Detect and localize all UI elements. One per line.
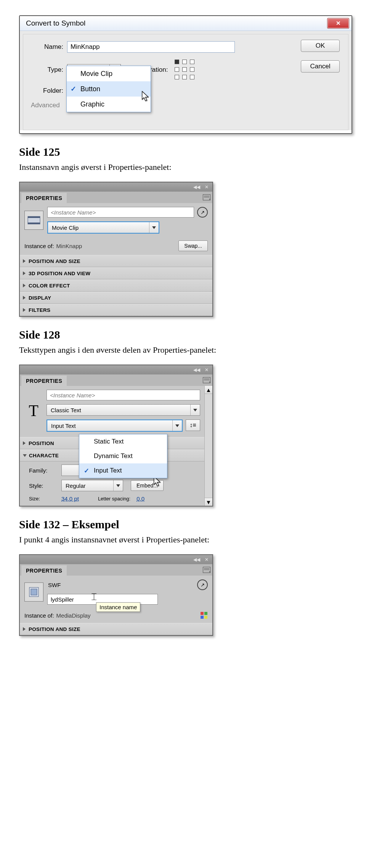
texttype-option-static[interactable]: Static Text	[79, 434, 167, 449]
panel-menu-button[interactable]	[201, 192, 212, 203]
component-thumbnail	[24, 582, 43, 602]
name-label: Name:	[31, 43, 67, 51]
text-engine-value: Classic Text	[47, 407, 190, 413]
properties-panel-125: ◀◀ ✕ PROPERTIES ↗ Movie Clip Instance of	[19, 182, 213, 317]
panel-tabs: PROPERTIES	[20, 192, 212, 203]
panel-close-icon[interactable]: ✕	[202, 184, 211, 190]
instance-name-input[interactable]	[47, 207, 194, 218]
accordion-display[interactable]: DISPLAY	[20, 292, 212, 304]
letter-spacing-value[interactable]: 0.0	[136, 495, 144, 502]
section-128-heading: Side 128	[19, 328, 347, 341]
section-128-text: Teksttypen angis i den øverste delen av …	[19, 345, 347, 355]
panel-menu-button[interactable]	[201, 374, 212, 386]
collapse-icon[interactable]: ◀◀	[193, 184, 201, 190]
name-input[interactable]	[67, 41, 235, 53]
chevron-down-icon	[172, 420, 182, 431]
convert-to-symbol-dialog: Convert to Symbol ✕ OK Cancel Name: Type…	[20, 16, 352, 130]
style-label: Style:	[29, 482, 58, 489]
swap-button[interactable]: Swap...	[178, 240, 208, 251]
text-type-value: Input Text	[47, 423, 172, 429]
instance-of-value: MediaDisplay	[56, 612, 91, 619]
chevron-down-icon	[113, 480, 123, 491]
folder-label: Folder:	[31, 87, 67, 95]
texttype-option-dynamic[interactable]: Dynamic Text	[79, 449, 167, 463]
properties-panel-128: ◀◀ ✕ PROPERTIES ▲ ▼ T Classic Text	[19, 365, 213, 507]
font-style-dropdown[interactable]: Regular	[61, 480, 123, 491]
font-style-value: Regular	[62, 482, 113, 489]
type-label: Type:	[31, 66, 67, 74]
panel-close-icon[interactable]: ✕	[202, 556, 211, 563]
instance-name-tooltip: Instance name	[96, 602, 140, 612]
instance-name-input[interactable]	[47, 390, 200, 400]
section-132-text: I punkt 4 angis instansnavnet øverst i P…	[19, 535, 347, 545]
text-engine-dropdown[interactable]: Classic Text	[47, 404, 200, 416]
panel-toolbar: ◀◀ ✕	[20, 365, 212, 374]
properties-panel-132: ◀◀ ✕ PROPERTIES SWF ↗ ⌶ Instance name	[19, 554, 213, 636]
panel-tabs: PROPERTIES	[20, 564, 212, 576]
symbol-type-value: Movie Clip	[48, 224, 149, 231]
tab-properties[interactable]: PROPERTIES	[21, 565, 67, 576]
size-value[interactable]: 34.0 pt	[61, 495, 79, 502]
chevron-down-icon	[190, 405, 200, 415]
collapse-icon[interactable]: ◀◀	[193, 556, 201, 563]
type-option-graphic[interactable]: Graphic	[67, 97, 151, 112]
instance-of-label: Instance of:	[24, 612, 54, 619]
svg-rect-6	[204, 612, 207, 615]
color-swatch-icon[interactable]	[200, 611, 208, 619]
section-132-heading: Side 132 – Eksempel	[19, 518, 347, 531]
type-option-button[interactable]: Button	[67, 81, 151, 97]
collapse-icon[interactable]: ◀◀	[193, 366, 201, 373]
text-orientation-button[interactable]: ↕≡	[186, 419, 200, 431]
text-caret-icon: ⌶	[92, 592, 96, 602]
tab-properties[interactable]: PROPERTIES	[21, 193, 67, 203]
titlebar: Convert to Symbol ✕	[20, 16, 352, 31]
advanced-toggle[interactable]: Advanced	[31, 102, 64, 109]
section-125-text: Instansnavn angis øverst i Properties-pa…	[19, 162, 347, 172]
panel-toolbar: ◀◀ ✕	[20, 182, 212, 192]
panel-menu-button[interactable]	[201, 564, 212, 576]
svg-rect-2	[28, 223, 40, 224]
circular-arrow-icon[interactable]: ↗	[197, 207, 208, 218]
movieclip-icon	[27, 213, 41, 227]
svg-rect-5	[201, 612, 204, 615]
texttype-option-input[interactable]: Input Text	[79, 463, 167, 478]
text-thumbnail: T	[24, 400, 43, 422]
instance-of-label: Instance of:	[24, 243, 54, 249]
component-icon	[27, 585, 41, 599]
symbol-thumbnail	[24, 211, 43, 230]
registration-grid[interactable]	[175, 60, 195, 80]
size-label: Size:	[29, 496, 58, 502]
accordion-color-effect[interactable]: COLOR EFFECT	[20, 279, 212, 292]
panel-close-icon[interactable]: ✕	[202, 366, 211, 373]
accordion-position-size[interactable]: POSITION AND SIZE	[20, 623, 212, 635]
type-option-movieclip[interactable]: Movie Clip	[67, 66, 151, 81]
ok-button[interactable]: OK	[301, 40, 340, 52]
type-dropdown-menu: Movie Clip Button Graphic	[66, 66, 151, 112]
cursor-icon	[141, 91, 151, 102]
cancel-button[interactable]: Cancel	[301, 60, 340, 73]
accordion-filters[interactable]: FILTERS	[20, 304, 212, 316]
scroll-up-icon[interactable]: ▲	[205, 386, 212, 394]
letter-spacing-label: Letter spacing:	[98, 496, 130, 502]
svg-rect-4	[31, 589, 37, 595]
convert-dialog-container: Convert to Symbol ✕ OK Cancel Name: Type…	[19, 15, 352, 134]
symbol-type-dropdown[interactable]: Movie Clip	[47, 221, 159, 234]
window-close-button[interactable]: ✕	[327, 18, 349, 29]
section-125-heading: Side 125	[19, 145, 347, 158]
dialog-title: Convert to Symbol	[22, 19, 85, 27]
accordion-3d-position[interactable]: 3D POSITION AND VIEW	[20, 267, 212, 279]
scroll-down-icon[interactable]: ▼	[205, 498, 212, 506]
family-label: Family:	[29, 467, 58, 474]
svg-rect-8	[204, 616, 207, 619]
instance-of-value: MinKnapp	[56, 243, 82, 249]
circular-arrow-icon[interactable]: ↗	[197, 579, 208, 590]
scrollbar[interactable]: ▲ ▼	[204, 386, 212, 506]
tab-properties[interactable]: PROPERTIES	[21, 376, 67, 386]
chevron-down-icon	[149, 222, 159, 233]
svg-rect-7	[201, 616, 204, 619]
accordion-position-size[interactable]: POSITION AND SIZE	[20, 255, 212, 267]
svg-rect-1	[28, 216, 40, 218]
text-type-dropdown[interactable]: Input Text	[47, 419, 183, 432]
panel-toolbar: ◀◀ ✕	[20, 555, 212, 564]
close-icon: ✕	[336, 20, 341, 27]
